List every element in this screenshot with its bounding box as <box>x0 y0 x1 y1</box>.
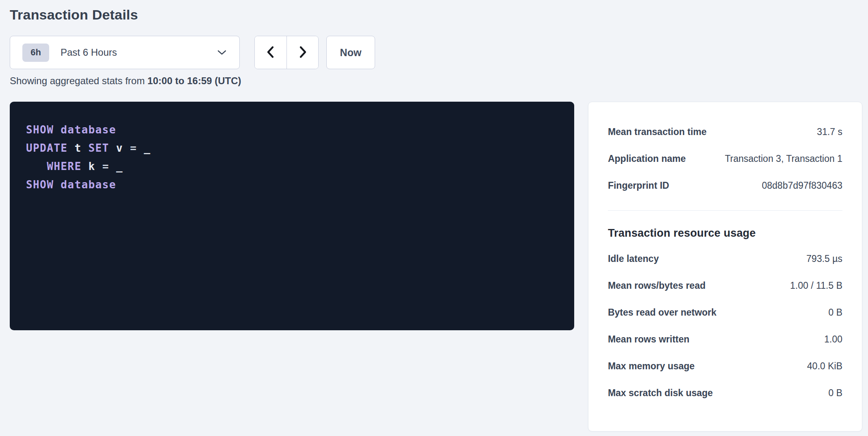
sql-line: WHERE k = _ <box>26 157 558 176</box>
resource-usage-heading: Transaction resource usage <box>608 227 842 240</box>
sql-line: SHOW database <box>26 176 558 194</box>
stat-label: Fingerprint ID <box>608 180 669 191</box>
aggregated-stats-caption: Showing aggregated stats from 10:00 to 1… <box>10 75 862 87</box>
sql-line: SHOW database <box>26 121 558 139</box>
stat-label: Max memory usage <box>608 361 694 372</box>
stat-row: Bytes read over network0 B <box>608 299 842 326</box>
transaction-details-page: Transaction Details 6h Past 6 Hours <box>0 0 868 436</box>
stat-label: Max scratch disk usage <box>608 388 713 399</box>
stat-value: 0 B <box>828 388 842 399</box>
card-divider <box>608 210 842 211</box>
stat-value: 1.00 <box>824 334 842 345</box>
chevron-right-icon <box>297 45 309 61</box>
previous-time-button[interactable] <box>255 36 286 69</box>
stat-label: Bytes read over network <box>608 307 716 318</box>
stat-label: Idle latency <box>608 253 659 264</box>
stat-label: Mean rows written <box>608 334 690 345</box>
aggregated-stats-prefix: Showing aggregated stats from <box>10 75 148 86</box>
stat-value: 40.0 KiB <box>807 361 842 372</box>
chevron-down-icon <box>217 49 227 56</box>
time-controls: 6h Past 6 Hours <box>10 36 862 69</box>
stat-row: Max memory usage40.0 KiB <box>608 353 842 379</box>
stat-value: 793.5 µs <box>806 253 842 264</box>
stat-value: 0 B <box>828 307 842 318</box>
stat-row: Mean rows/bytes read1.00 / 11.5 B <box>608 272 842 299</box>
sql-statement-panel: SHOW databaseUPDATE t SET v = _ WHERE k … <box>10 102 574 330</box>
stat-value: 31.7 s <box>817 126 842 137</box>
stat-row: Mean rows written1.00 <box>608 326 842 353</box>
sql-code: SHOW databaseUPDATE t SET v = _ WHERE k … <box>26 121 558 194</box>
now-button[interactable]: Now <box>326 36 375 69</box>
overview-stats: Mean transaction time31.7 sApplication n… <box>608 118 842 199</box>
stat-value: Transaction 3, Transaction 1 <box>725 153 842 164</box>
time-range-label: Past 6 Hours <box>61 47 217 58</box>
sql-line: UPDATE t SET v = _ <box>26 139 558 157</box>
time-step-button-group <box>254 36 319 69</box>
time-range-select[interactable]: 6h Past 6 Hours <box>10 36 240 69</box>
next-time-button[interactable] <box>286 36 318 69</box>
stat-label: Mean rows/bytes read <box>608 280 705 291</box>
transaction-summary-card: Mean transaction time31.7 sApplication n… <box>588 102 862 432</box>
stat-row: Fingerprint ID08d8b7d97f830463 <box>608 172 842 199</box>
stat-row: Mean transaction time31.7 s <box>608 118 842 145</box>
resource-usage-stats: Idle latency793.5 µsMean rows/bytes read… <box>608 245 842 406</box>
chevron-left-icon <box>265 45 277 61</box>
stat-label: Mean transaction time <box>608 126 707 137</box>
content-area: SHOW databaseUPDATE t SET v = _ WHERE k … <box>10 102 862 432</box>
time-range-badge: 6h <box>22 44 49 62</box>
aggregated-stats-range: 10:00 to 16:59 (UTC) <box>148 75 241 86</box>
stat-value: 08d8b7d97f830463 <box>762 180 842 191</box>
stat-row: Idle latency793.5 µs <box>608 245 842 272</box>
stat-row: Max scratch disk usage0 B <box>608 379 842 406</box>
stat-row: Application nameTransaction 3, Transacti… <box>608 145 842 172</box>
stat-value: 1.00 / 11.5 B <box>790 280 842 291</box>
stat-label: Application name <box>608 153 686 164</box>
page-title: Transaction Details <box>10 7 862 23</box>
